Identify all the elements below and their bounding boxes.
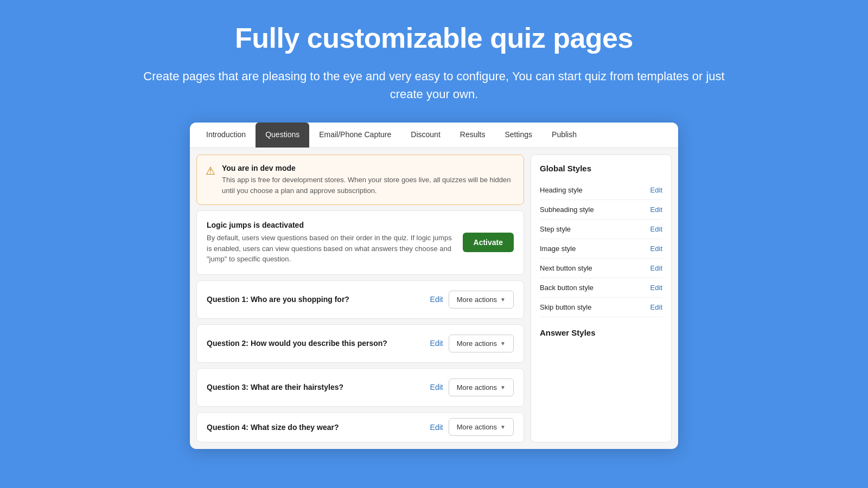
- skip-button-style-label: Skip button style: [540, 303, 591, 311]
- style-row-back-button: Back button style Edit: [540, 278, 662, 298]
- question-1-edit-link[interactable]: Edit: [430, 295, 443, 304]
- left-panel: ⚠ You are in dev mode This app is free f…: [196, 155, 524, 442]
- tab-email-phone[interactable]: Email/Phone Capture: [309, 123, 401, 147]
- question-4-actions: Edit More actions ▼: [430, 418, 514, 436]
- question-card-4: Question 4: What size do they wear? Edit…: [196, 412, 524, 442]
- step-style-edit-link[interactable]: Edit: [650, 225, 662, 233]
- tab-settings[interactable]: Settings: [495, 123, 542, 147]
- alert-banner: ⚠ You are in dev mode This app is free f…: [196, 155, 524, 205]
- question-card-1: Question 1: Who are you shopping for? Ed…: [196, 280, 524, 319]
- image-style-label: Image style: [540, 245, 576, 253]
- logic-jumps-card: Logic jumps is deactivated By default, u…: [196, 210, 524, 275]
- image-style-edit-link[interactable]: Edit: [650, 245, 662, 253]
- tab-results[interactable]: Results: [450, 123, 495, 147]
- heading-style-edit-link[interactable]: Edit: [650, 186, 662, 194]
- question-3-actions: Edit More actions ▼: [430, 378, 514, 396]
- question-1-label: Question 1: Who are you shopping for?: [207, 295, 349, 304]
- tab-introduction[interactable]: Introduction: [196, 123, 256, 147]
- question-1-more-actions-button[interactable]: More actions ▼: [449, 291, 514, 309]
- question-card-3: Question 3: What are their hairstyles? E…: [196, 368, 524, 407]
- question-card-2: Question 2: How would you describe this …: [196, 324, 524, 363]
- tabs-bar: Introduction Questions Email/Phone Captu…: [190, 123, 678, 148]
- style-row-skip-button: Skip button style Edit: [540, 298, 662, 317]
- hero-subtitle: Create pages that are pleasing to the ey…: [136, 67, 732, 103]
- tab-questions[interactable]: Questions: [256, 123, 309, 147]
- next-button-style-edit-link[interactable]: Edit: [650, 264, 662, 272]
- style-row-image: Image style Edit: [540, 239, 662, 259]
- question-2-label: Question 2: How would you describe this …: [207, 339, 387, 348]
- next-button-style-label: Next button style: [540, 264, 592, 272]
- logic-jumps-description: By default, users view questions based o…: [207, 233, 454, 265]
- style-row-step: Step style Edit: [540, 220, 662, 239]
- step-style-label: Step style: [540, 225, 571, 233]
- question-4-label: Question 4: What size do they wear?: [207, 423, 339, 432]
- skip-button-style-edit-link[interactable]: Edit: [650, 303, 662, 311]
- chevron-down-icon-3: ▼: [500, 384, 506, 390]
- app-container: Introduction Questions Email/Phone Captu…: [190, 123, 678, 449]
- question-4-more-actions-label: More actions: [457, 423, 497, 431]
- subheading-style-edit-link[interactable]: Edit: [650, 206, 662, 214]
- question-3-edit-link[interactable]: Edit: [430, 383, 443, 391]
- question-4-edit-link[interactable]: Edit: [430, 423, 443, 432]
- subheading-style-label: Subheading style: [540, 206, 594, 214]
- heading-style-label: Heading style: [540, 186, 583, 194]
- back-button-style-label: Back button style: [540, 284, 593, 292]
- logic-jumps-title: Logic jumps is deactivated: [207, 221, 454, 229]
- tab-discount[interactable]: Discount: [401, 123, 450, 147]
- hero-title: Fully customizable quiz pages: [33, 22, 835, 54]
- style-row-next-button: Next button style Edit: [540, 259, 662, 278]
- question-4-more-actions-button[interactable]: More actions ▼: [449, 418, 514, 436]
- question-2-more-actions-label: More actions: [457, 339, 497, 348]
- alert-title: You are in dev mode: [222, 164, 515, 172]
- chevron-down-icon-4: ▼: [500, 424, 506, 430]
- question-3-label: Question 3: What are their hairstyles?: [207, 383, 343, 391]
- alert-description: This app is free for development stores.…: [222, 175, 515, 196]
- activate-button[interactable]: Activate: [463, 233, 514, 252]
- question-1-actions: Edit More actions ▼: [430, 291, 514, 309]
- style-row-heading: Heading style Edit: [540, 181, 662, 200]
- warning-icon: ⚠: [206, 164, 215, 177]
- right-panel: Global Styles Heading style Edit Subhead…: [531, 155, 672, 442]
- global-styles-title: Global Styles: [540, 164, 662, 173]
- tab-publish[interactable]: Publish: [542, 123, 586, 147]
- alert-content: You are in dev mode This app is free for…: [222, 164, 515, 196]
- question-1-more-actions-label: More actions: [457, 296, 497, 304]
- question-2-more-actions-button[interactable]: More actions ▼: [449, 335, 514, 352]
- chevron-down-icon-1: ▼: [500, 297, 506, 303]
- question-3-more-actions-button[interactable]: More actions ▼: [449, 378, 514, 396]
- back-button-style-edit-link[interactable]: Edit: [650, 284, 662, 292]
- style-row-subheading: Subheading style Edit: [540, 200, 662, 220]
- logic-jumps-text: Logic jumps is deactivated By default, u…: [207, 221, 454, 265]
- question-2-edit-link[interactable]: Edit: [430, 339, 443, 348]
- main-content: ⚠ You are in dev mode This app is free f…: [190, 148, 678, 449]
- chevron-down-icon-2: ▼: [500, 341, 506, 346]
- answer-styles-title: Answer Styles: [540, 326, 662, 337]
- question-3-more-actions-label: More actions: [457, 383, 497, 391]
- question-2-actions: Edit More actions ▼: [430, 335, 514, 352]
